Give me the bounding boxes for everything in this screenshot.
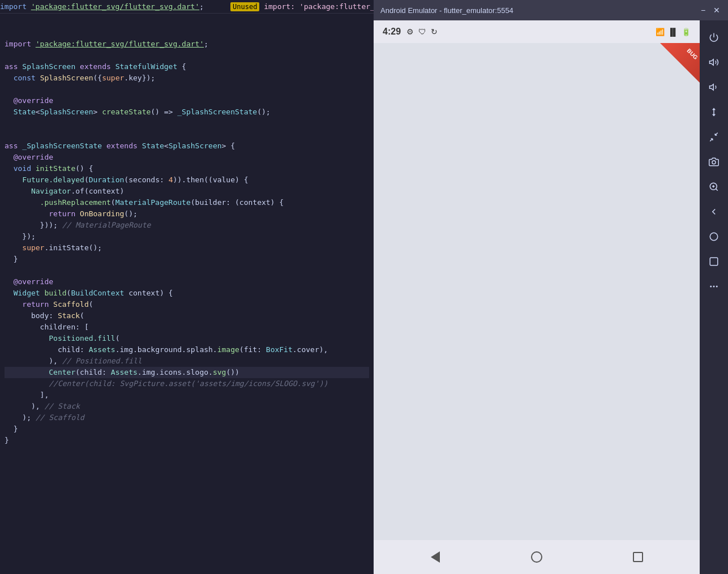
screenshot-button[interactable] [704,152,724,172]
svg-point-10 [713,286,715,288]
unused-badge: Unused [230,2,259,11]
code-line: State<SplashScreen> createState() => _Sp… [5,106,369,118]
emulator-main: 4:29 ⚙ 🛡 ↻ 📶 ▐▌ 🔋 [374,20,728,574]
code-line: return Scaffold( [5,299,369,310]
code-line: Future.delayed(Duration(seconds: 4)).the… [5,174,369,186]
svg-marker-1 [710,84,714,91]
emulator-panel: Android Emulator - flutter_emulator:5554… [374,0,728,574]
debug-badge: BUG [660,43,700,83]
code-line: Positioned.fill( [5,333,369,344]
code-line: } [5,435,369,446]
code-line: Center(child: Assets.img.icons.slogo.svg… [5,367,369,378]
code-line: body: Stack( [5,310,369,322]
rotate2-button[interactable] [704,127,724,147]
home-nav-button[interactable] [525,546,548,568]
emulator-title: Android Emulator - flutter_emulator:5554 [380,6,699,15]
android-nav-bar [374,540,700,574]
code-line: super.initState(); [5,242,369,254]
status-bar: 4:29 ⚙ 🛡 ↻ 📶 ▐▌ 🔋 [374,20,700,43]
emulator-titlebar: Android Emulator - flutter_emulator:5554… [374,0,728,20]
code-line: @override [5,152,369,163]
code-line: const SplashScreen({super.key}); [5,72,369,84]
code-line: ); // Scaffold [5,412,369,423]
recents-nav-button[interactable] [627,546,649,568]
power-button[interactable] [704,27,724,48]
code-line: child: Assets.img.background.splash.imag… [5,344,369,355]
code-line [5,265,369,276]
code-line: children: [ [5,322,369,333]
svg-line-4 [716,189,717,190]
settings-icon: ⚙ [406,27,414,36]
home-button[interactable] [704,226,724,247]
code-line [5,84,369,95]
volume-up-button[interactable] [704,52,724,72]
recents-button[interactable] [704,251,724,272]
code-line: ass SplashScreen extends StatefulWidget … [5,61,369,72]
debug-badge-text: BUG [686,48,699,61]
back-nav-button[interactable] [424,546,447,568]
import-warning-text: import 'package:flutter_svg/flutter_svg.… [0,2,374,11]
code-line: } [5,423,369,435]
code-line [5,129,369,140]
code-line: ), // Positioned.fill [5,355,369,367]
code-line: ), // Stack [5,401,369,412]
code-content[interactable]: import 'package:flutter_svg/flutter_svg.… [0,14,374,448]
close-button[interactable]: ✕ [712,6,721,15]
emulator-window-controls: − ✕ [699,6,721,15]
battery-icon: 🔋 [682,28,691,36]
svg-point-7 [710,233,718,241]
code-line: Widget build(BuildContext context) { [5,288,369,299]
code-line: void initState() { [5,163,369,174]
warning-bar: import 'package:flutter_svg/flutter_svg.… [0,0,374,14]
code-line: .pushReplacement(MaterialPageRoute(build… [5,197,369,208]
svg-rect-8 [710,258,718,265]
back-nav-icon [431,551,440,563]
wifi-icon: 📶 [656,28,665,36]
code-line: Navigator.of(context) [5,186,369,197]
shield-icon: 🛡 [418,27,426,36]
phone-content: BUG [374,43,700,540]
rotate-button[interactable] [704,102,724,122]
code-line: //Center(child: SvgPicture.asset('assets… [5,378,369,389]
svg-marker-0 [710,59,714,66]
status-time: 4:29 [383,27,401,37]
code-line: ass _SplashScreenState extends State<Spl… [5,140,369,152]
code-line [5,118,369,129]
code-line: import 'package:flutter_svg/flutter_svg.… [5,38,369,50]
code-editor-panel: import 'package:flutter_svg/flutter_svg.… [0,0,374,574]
status-icons: ⚙ 🛡 ↻ [406,27,438,36]
code-line: } [5,254,369,265]
svg-point-11 [716,286,718,288]
volume-down-button[interactable] [704,77,724,97]
phone-screen: 4:29 ⚙ 🛡 ↻ 📶 ▐▌ 🔋 [374,20,700,574]
more-button[interactable] [704,276,724,297]
code-line: @override [5,276,369,288]
status-right-icons: 📶 ▐▌ 🔋 [656,28,691,36]
code-line: return OnBoarding(); [5,208,369,220]
svg-point-9 [710,286,712,288]
home-nav-icon [531,551,542,563]
recents-nav-icon [633,552,643,562]
refresh-icon: ↻ [431,27,438,36]
code-line: @override [5,95,369,106]
minimize-button[interactable]: − [699,6,708,15]
code-line: }); [5,231,369,242]
signal-icon: ▐▌ [668,28,678,36]
code-line [5,50,369,61]
code-line: ], [5,389,369,401]
back-button[interactable] [704,202,724,222]
emulator-side-toolbar [700,20,728,574]
zoom-button[interactable] [704,177,724,197]
svg-point-2 [712,161,716,164]
code-line: })); // MaterialPageRoute [5,220,369,231]
